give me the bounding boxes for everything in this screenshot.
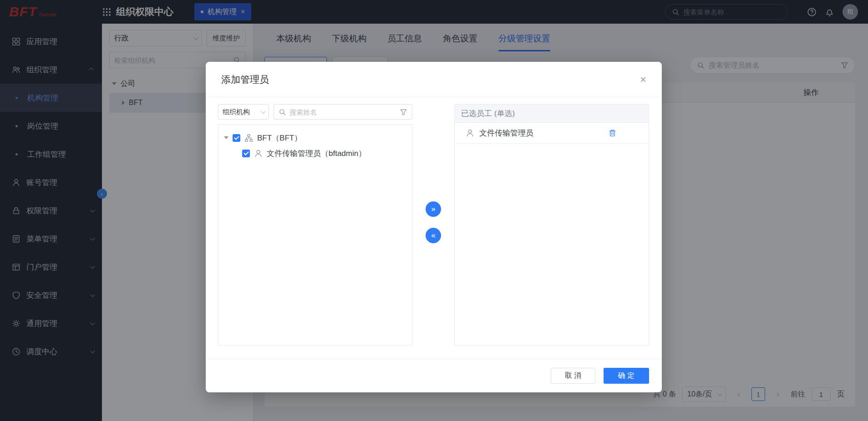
name-search-input[interactable] [289, 108, 396, 116]
user-icon [466, 129, 474, 137]
confirm-button[interactable]: 确 定 [604, 368, 649, 384]
selected-column: 已选员工 (单选) 文件传输管理员 [454, 104, 649, 346]
org-sitemap-icon [244, 134, 253, 142]
user-icon [254, 149, 263, 158]
picker-filter-row: 组织机构 [218, 104, 412, 120]
checkbox-checked[interactable] [233, 134, 240, 142]
app-root: BFT Transfer 组织权限中心 机构管理 × [0, 0, 868, 421]
cancel-button[interactable]: 取 消 [551, 368, 595, 384]
org-type-select[interactable]: 组织机构 [218, 104, 269, 120]
selected-list-header: 已选员工 (单选) [455, 105, 649, 123]
modal-header: 添加管理员 × [206, 62, 662, 97]
chevron-down-icon [261, 109, 266, 114]
selected-list-item[interactable]: 文件传输管理员 [455, 123, 649, 144]
transfer-column: » « [412, 104, 454, 346]
trash-icon[interactable] [608, 129, 617, 137]
checkbox-checked[interactable] [242, 150, 250, 157]
picker-tree: BFT（BFT） 文件传输管理员（bftadmin） [218, 124, 412, 346]
modal-body: 组织机构 [218, 104, 649, 346]
picker-tree-node-bft[interactable]: BFT（BFT） [224, 130, 406, 145]
name-search[interactable] [274, 104, 412, 120]
picker-tree-node-admin[interactable]: 文件传输管理员（bftadmin） [224, 145, 406, 161]
filter-icon[interactable] [400, 108, 407, 116]
search-icon [279, 108, 286, 116]
add-admin-modal: 添加管理员 × 组织机构 [206, 62, 662, 392]
picker-column: 组织机构 [218, 104, 412, 346]
picker-node-label: 文件传输管理员（bftadmin） [267, 148, 366, 159]
picker-node-label: BFT（BFT） [257, 133, 302, 143]
modal-footer: 取 消 确 定 [206, 359, 662, 392]
transfer-left-button[interactable]: « [426, 228, 441, 243]
caret-down-icon[interactable] [224, 136, 228, 139]
transfer-right-button[interactable]: » [426, 201, 441, 217]
org-type-select-value: 组织机构 [223, 108, 250, 116]
close-icon[interactable]: × [640, 74, 646, 85]
selected-item-label: 文件传输管理员 [479, 128, 533, 138]
modal-title: 添加管理员 [221, 73, 269, 86]
